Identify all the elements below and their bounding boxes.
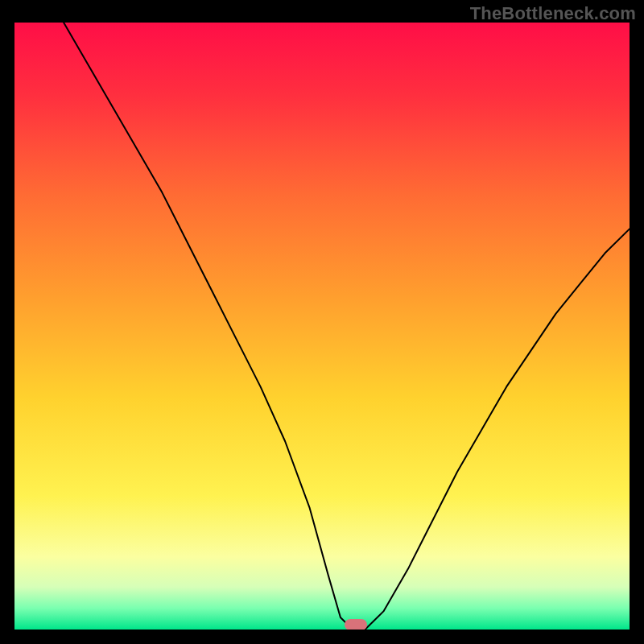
optimal-point-marker — [345, 619, 367, 630]
bottleneck-curve — [14, 23, 630, 630]
watermark-text: TheBottleneck.com — [470, 3, 636, 24]
chart-frame: TheBottleneck.com — [0, 0, 644, 644]
plot-area — [14, 23, 630, 630]
